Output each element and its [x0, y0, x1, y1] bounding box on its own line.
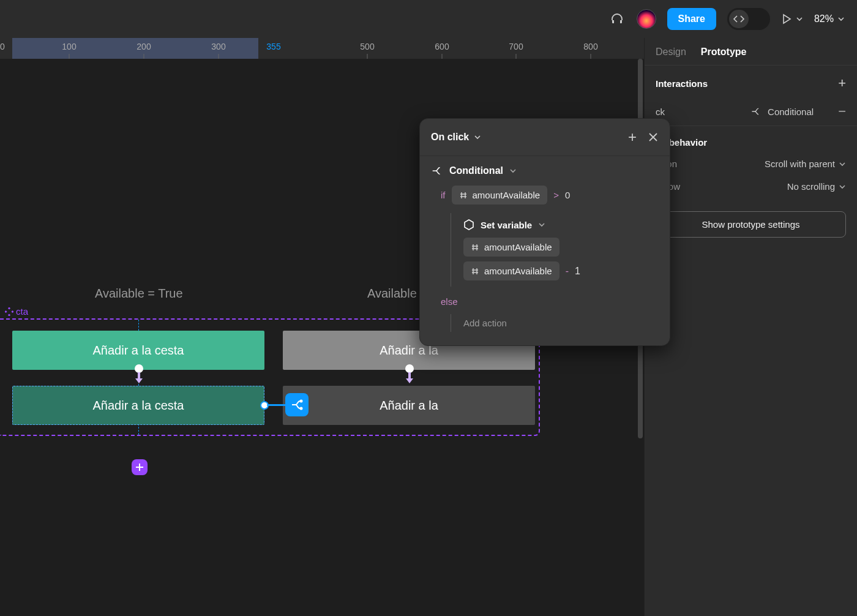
tab-prototype[interactable]: Prototype [701, 47, 747, 58]
flow-arrow-icon[interactable] [132, 364, 146, 383]
overflow-row: erflow No scrolling [645, 175, 857, 198]
tab-design[interactable]: Design [656, 47, 686, 58]
if-condition-row: if amountAvailable > 0 [441, 186, 659, 205]
dev-mode-toggle[interactable] [727, 8, 770, 30]
interaction-row[interactable]: ck Conditional − [645, 97, 857, 126]
set-variable-dropdown[interactable]: Set variable [463, 219, 659, 230]
add-action-icon[interactable]: + [628, 129, 637, 146]
literal-value: 0 [565, 190, 570, 200]
share-button[interactable]: Share [667, 8, 716, 30]
flow-arrow-icon[interactable] [403, 364, 416, 383]
conditional-icon [750, 106, 762, 117]
expression-row: amountAvailable - 1 [463, 261, 659, 280]
code-icon [729, 10, 749, 28]
if-body: Set variable amountAvailable amountAvail… [451, 213, 659, 287]
svg-rect-1 [8, 314, 10, 316]
close-popover-button[interactable] [648, 132, 659, 143]
variable-pill[interactable]: amountAvailable [452, 186, 548, 205]
overflow-value: No scrolling [787, 181, 835, 192]
ruler-tick: 20 [0, 42, 5, 51]
component-label[interactable]: cta [5, 306, 28, 317]
horizontal-ruler: 20 100 200 300 355 500 600 700 800 [0, 38, 644, 59]
overflow-dropdown[interactable]: No scrolling [787, 181, 846, 192]
variant-btn-grey-dark[interactable]: Añadir a la [283, 386, 535, 425]
ruler-tick: 700 [509, 42, 523, 51]
scroll-position-value: Scroll with parent [765, 159, 835, 169]
interactions-header: Interactions + [645, 66, 857, 97]
add-variant-button[interactable] [132, 459, 148, 475]
btn-label: Añadir a la [380, 399, 438, 413]
interactions-title: Interactions [656, 78, 708, 89]
interaction-action-label: Conditional [768, 107, 814, 117]
btn-label: Añadir a la cesta [93, 399, 184, 413]
ruler-tick: 600 [435, 42, 449, 51]
btn-label: Añadir a la cesta [93, 344, 184, 358]
ruler-tick: 300 [211, 42, 225, 51]
zoom-dropdown[interactable]: 82% [814, 13, 845, 24]
ruler-tick: 500 [360, 42, 374, 51]
top-toolbar: Share 82% [0, 0, 857, 38]
zoom-value: 82% [814, 13, 834, 24]
avatar[interactable] [637, 9, 656, 29]
number-variable-icon [471, 267, 479, 276]
number-variable-icon [471, 243, 479, 252]
svg-rect-2 [5, 310, 7, 312]
action-type-dropdown[interactable]: Conditional [431, 165, 659, 177]
interaction-details-popover: On click + Conditional if amountAvailabl… [419, 118, 670, 346]
conditional-icon [431, 165, 443, 177]
else-keyword: else [441, 296, 659, 307]
interaction-trigger: ck [656, 107, 665, 117]
remove-interaction-button[interactable]: − [838, 103, 846, 119]
svg-point-7 [301, 408, 302, 410]
conditional-noodle-icon[interactable] [285, 393, 309, 416]
connection-line [267, 404, 288, 406]
action-type-label: Conditional [449, 165, 503, 176]
variant-btn-green-dark-selected[interactable]: Añadir a la cesta [12, 386, 264, 425]
headphones-icon[interactable] [608, 10, 626, 28]
svg-rect-0 [8, 307, 10, 310]
svg-point-4 [135, 364, 143, 373]
variable-name: amountAvailable [484, 242, 552, 252]
preview-button[interactable] [781, 13, 803, 24]
right-sidebar: Design Prototype Interactions + ck Condi… [644, 38, 857, 616]
ruler-tick: 200 [137, 42, 151, 51]
scroll-position-dropdown[interactable]: Scroll with parent [765, 159, 846, 169]
variant-label-false: Available = [367, 287, 427, 301]
operator: - [566, 266, 569, 277]
trigger-dropdown[interactable]: On click [431, 132, 481, 143]
popover-body: Conditional if amountAvailable > 0 Set v… [420, 156, 670, 345]
ruler-tick: 800 [583, 42, 597, 51]
add-interaction-button[interactable]: + [838, 75, 846, 91]
literal-value: 1 [575, 266, 580, 277]
popover-header: On click + [420, 119, 670, 156]
variable-name: amountAvailable [473, 190, 541, 200]
hexagon-icon [463, 219, 474, 230]
variable-name: amountAvailable [484, 266, 552, 276]
ruler-tick: 100 [62, 42, 76, 51]
add-action-link[interactable]: Add action [451, 314, 659, 332]
expression-variable-pill[interactable]: amountAvailable [463, 261, 559, 280]
number-variable-icon [459, 191, 468, 200]
set-variable-label: Set variable [481, 220, 532, 230]
operator: > [553, 190, 559, 200]
component-label-text: cta [16, 306, 28, 317]
variant-label-true: Available = True [95, 287, 183, 301]
svg-point-5 [405, 364, 414, 373]
show-prototype-settings-button[interactable]: Show prototype settings [656, 211, 846, 238]
sidebar-tabs: Design Prototype [645, 38, 857, 66]
svg-rect-3 [11, 310, 13, 312]
svg-point-6 [301, 400, 302, 402]
trigger-label: On click [431, 132, 469, 143]
scroll-position-row: sition Scroll with parent [645, 152, 857, 175]
if-keyword: if [441, 190, 446, 200]
ruler-tick-selected: 355 [266, 42, 280, 51]
target-variable-pill[interactable]: amountAvailable [463, 238, 559, 257]
scroll-behavior-title: oll behavior [645, 126, 857, 152]
